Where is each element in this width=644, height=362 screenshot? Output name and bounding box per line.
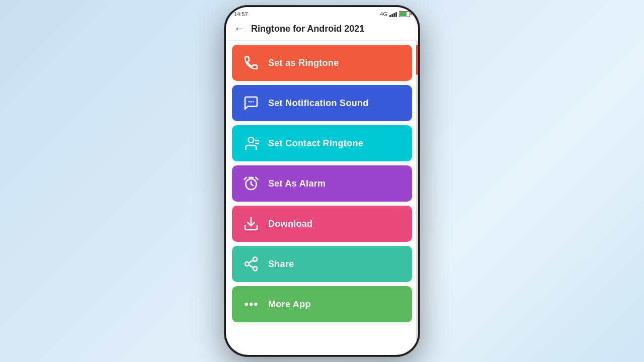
phone-frame: 14:57 4G ← Ringtone for Android 2021 [224, 5, 420, 357]
set-notification-button[interactable]: Set Notification Sound [232, 85, 412, 121]
set-alarm-label: Set As Alarm [268, 178, 326, 189]
set-alarm-button[interactable]: Set As Alarm [232, 165, 412, 202]
set-ringtone-label: Set as Ringtone [268, 58, 339, 68]
back-button[interactable]: ← [234, 23, 245, 34]
set-ringtone-button[interactable]: Set as Ringtone [232, 45, 412, 81]
content-wrapper: Set as Ringtone Set Notification Sound [226, 41, 418, 355]
more-app-button[interactable]: More App [232, 286, 412, 322]
scroll-thumb [416, 45, 418, 75]
phone-icon [242, 54, 260, 72]
signal-bar-3 [393, 13, 395, 17]
signal-bar-1 [389, 15, 391, 17]
more-app-label: More App [268, 299, 311, 310]
app-header: ← Ringtone for Android 2021 [226, 19, 418, 41]
set-contact-button[interactable]: Set Contact Ringtone [232, 125, 412, 161]
more-icon [242, 295, 260, 313]
svg-point-3 [249, 137, 254, 143]
scroll-indicator [416, 41, 418, 355]
download-icon [242, 215, 260, 233]
status-right-icons: 4G [380, 11, 410, 17]
menu-list: Set as Ringtone Set Notification Sound [226, 41, 418, 355]
share-label: Share [268, 259, 294, 269]
battery-fill [400, 12, 407, 16]
svg-line-13 [249, 260, 253, 263]
svg-point-16 [255, 303, 257, 305]
status-bar: 14:57 4G [226, 7, 418, 19]
svg-point-0 [249, 101, 250, 103]
svg-point-2 [253, 101, 254, 103]
download-label: Download [268, 219, 312, 229]
svg-point-1 [251, 101, 252, 103]
signal-bar-2 [391, 14, 393, 17]
svg-point-14 [246, 303, 248, 305]
battery-icon [399, 11, 410, 17]
contact-icon [242, 134, 260, 152]
status-time-network: 14:57 [234, 11, 248, 17]
signal-bars [389, 11, 397, 17]
download-button[interactable]: Download [232, 206, 412, 242]
app-title: Ringtone for Android 2021 [251, 24, 364, 34]
set-contact-label: Set Contact Ringtone [268, 138, 363, 149]
share-icon [242, 255, 260, 273]
svg-point-15 [250, 303, 252, 305]
phone-screen: 14:57 4G ← Ringtone for Android 2021 [226, 7, 418, 355]
network-type: 4G [380, 11, 387, 17]
signal-bar-4 [395, 12, 397, 17]
svg-line-12 [249, 265, 253, 267]
alarm-icon [242, 174, 260, 193]
share-button[interactable]: Share [232, 246, 412, 282]
set-notification-label: Set Notification Sound [268, 98, 369, 109]
message-icon [242, 94, 260, 112]
